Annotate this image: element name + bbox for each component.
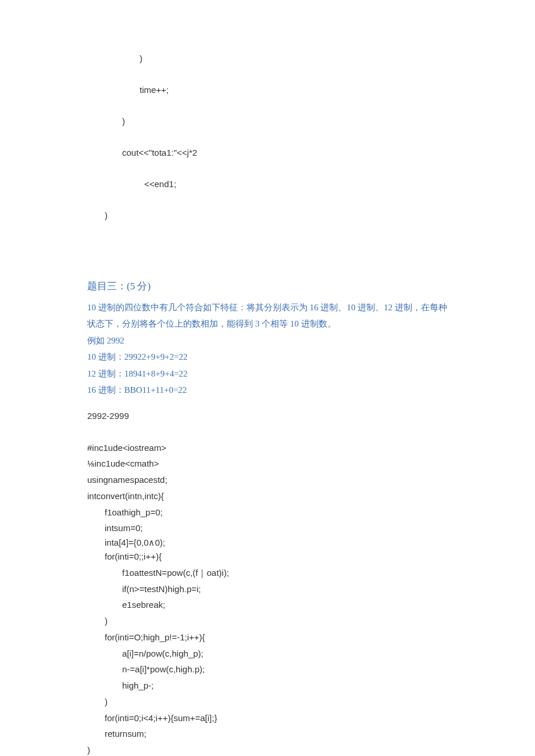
- top-code-block: ) time++; ) cout<<"tota1:"<<j*2 <<end1; …: [87, 35, 448, 255]
- code-line: f1oattestN=pow(c,(f｜oat)i);: [87, 565, 448, 581]
- range-line: 2992-2999: [87, 408, 448, 424]
- desc-line: 状态下，分别将各个位上的数相加，能得到 3 个相等 10 进制数。: [87, 316, 448, 332]
- code-line: <<end1;: [87, 176, 448, 192]
- code-line: inta[4]={0,0∧0);: [87, 536, 448, 549]
- desc-line: 10 进制：29922+9+9+2=22: [87, 349, 448, 366]
- code-line: for(inti=0;;i++){: [87, 549, 448, 565]
- code-line: a[i]=n/pow(c,high_p);: [87, 646, 448, 662]
- code-line: ): [87, 113, 448, 129]
- code-line: ): [87, 694, 448, 710]
- code-line: intconvert(intn,intc){: [87, 488, 448, 504]
- desc-line: 16 进制：BBO11+11+0=22: [87, 382, 448, 399]
- code-line: e1sebreak;: [87, 597, 448, 613]
- code-line: ⅛inc1ude<cmath>: [87, 456, 448, 472]
- code-line: ): [87, 613, 448, 629]
- code-line: cout<<"tota1:"<<j*2: [87, 145, 448, 160]
- code-line: ): [87, 742, 448, 756]
- code-line: high_p-;: [87, 678, 448, 694]
- code-line: if(n>=testN)high.p=i;: [87, 581, 448, 597]
- code-line: returnsum;: [87, 726, 448, 742]
- code-line: ): [87, 207, 448, 223]
- code-line: time++;: [87, 82, 448, 98]
- desc-line: 例如 2992: [87, 332, 448, 349]
- page: ) time++; ) cout<<"tota1:"<<j*2 <<end1; …: [0, 0, 535, 756]
- code-line: f1oathigh_p=0;: [87, 504, 448, 521]
- code-line: for(inti=O;high_p!=-1;i++){: [87, 629, 448, 646]
- main-code-block: #inc1ude<iostream> ⅛inc1ude<cmath> using…: [87, 440, 448, 756]
- code-line: intsum=0;: [87, 520, 448, 536]
- code-line: #inc1ude<iostream>: [87, 440, 448, 456]
- desc-line: 10 进制的四位数中有几个符合如下特征：将其分别表示为 16 进制、10 进制、…: [87, 299, 448, 316]
- code-line: ): [87, 51, 448, 66]
- desc-line: 12 进制：18941+8+9+4=22: [87, 366, 448, 382]
- question-3-description: 10 进制的四位数中有几个符合如下特征：将其分别表示为 16 进制、10 进制、…: [87, 299, 448, 399]
- question-3-title: 题目三：(5 分): [87, 278, 448, 296]
- code-line: for(inti=0;i<4;i++){sum+=a[i];}: [87, 710, 448, 726]
- code-line: usingnamespacestd;: [87, 472, 448, 488]
- code-line: n-=a[i]*pow(c,high.p);: [87, 661, 448, 678]
